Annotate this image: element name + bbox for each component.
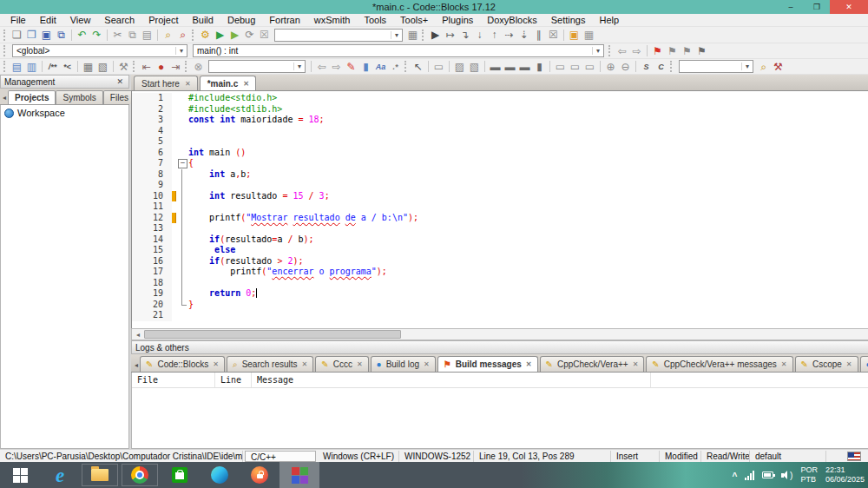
scrollbar-thumb[interactable] (144, 330, 401, 339)
menu-item-build[interactable]: Build (185, 14, 220, 27)
incsearch-combo[interactable]: ▾ (208, 60, 306, 73)
paste-icon[interactable]: ▤ (140, 28, 155, 42)
tab-close-icon[interactable]: ✕ (526, 360, 532, 368)
menu-item-tools-[interactable]: Tools+ (393, 14, 435, 27)
run-to-cursor-icon[interactable]: ↦ (443, 28, 457, 42)
menu-item-debug[interactable]: Debug (220, 14, 262, 27)
wxs-image-icon[interactable]: ▨ (452, 60, 467, 74)
jump-forward-icon[interactable]: ⇥ (168, 60, 183, 74)
jump-back-icon[interactable]: ⇤ (139, 60, 154, 74)
build-target-combo[interactable]: ▾ (274, 29, 403, 42)
run-icon[interactable]: ▶ (213, 28, 227, 42)
logs-tab-build-log[interactable]: ●Build log✕ (371, 356, 436, 372)
tab-close-icon[interactable]: ✕ (846, 360, 852, 368)
undo-icon[interactable]: ↶ (75, 28, 89, 42)
avast-taskbar-button[interactable] (240, 462, 279, 488)
language-indicator[interactable]: POR PTB (800, 465, 818, 485)
wxs-widget1-icon[interactable]: ▬ (488, 60, 503, 74)
wxs-box3-icon[interactable]: ▭ (582, 60, 597, 74)
clear-bookmarks-icon[interactable]: ⚑ (694, 44, 709, 58)
open-file-icon[interactable]: ❐ (24, 28, 39, 42)
menu-item-wxsmith[interactable]: wxSmith (307, 14, 358, 27)
doxy-extract-current-icon[interactable]: ▥ (24, 60, 39, 74)
menu-item-project[interactable]: Project (141, 14, 185, 27)
show-sizers-icon[interactable]: S (639, 60, 654, 74)
start-taskbar-button[interactable] (0, 462, 40, 488)
editor-horizontal-scrollbar[interactable]: ◂ ▸ (131, 328, 868, 340)
logs-tab-cscope[interactable]: ✎Cscope✕ (795, 356, 858, 372)
next-line-icon[interactable]: ↴ (457, 28, 472, 42)
save-file-icon[interactable]: ▣ (39, 28, 54, 42)
file-explorer-taskbar-button[interactable] (80, 462, 120, 488)
replace-icon[interactable]: ⌕ (175, 28, 190, 42)
next-bookmark-icon[interactable]: ⚑ (680, 44, 694, 58)
step-into-icon[interactable]: ↓ (472, 28, 487, 42)
toggle-bookmark-icon[interactable]: ⚑ (650, 44, 665, 58)
column-header-file[interactable]: File (132, 373, 215, 387)
menu-item-view[interactable]: View (63, 14, 98, 27)
wxs-widget3-icon[interactable]: ▬ (517, 60, 532, 74)
step-out-icon[interactable]: ↑ (487, 28, 502, 42)
scope-combo[interactable]: <global>▾ (12, 44, 187, 57)
various-info-icon[interactable]: ▦ (582, 28, 596, 42)
battery-icon[interactable] (762, 472, 773, 478)
incsearch-prev-icon[interactable]: ⇦ (314, 60, 329, 74)
tray-expand-icon[interactable]: ^ (733, 472, 738, 481)
chrome-taskbar-button[interactable] (120, 462, 160, 488)
logs-tabs-scroll-left-icon[interactable]: ◂ (133, 361, 140, 372)
redo-icon[interactable]: ↷ (89, 28, 104, 42)
wxs-box2-icon[interactable]: ▭ (568, 60, 582, 74)
symbol-search-icon[interactable]: ⌕ (756, 60, 771, 74)
workspace-tree-item[interactable]: Workspace (4, 108, 125, 118)
logs-tab-code-blocks[interactable]: ✎Code::Blocks✕ (140, 356, 225, 372)
doxy-line-comment-icon[interactable]: *< (60, 60, 75, 74)
editor-tab-start-here[interactable]: Start here ✕ (134, 76, 198, 90)
codeblocks-taskbar-button[interactable] (279, 462, 319, 488)
logs-tab-debugge[interactable]: ●Debugge✕ (860, 356, 868, 372)
compiler-settings-icon[interactable]: ▦ (405, 28, 420, 42)
tab-close-icon[interactable]: ✕ (781, 360, 787, 368)
column-header-message[interactable]: Message (252, 373, 651, 387)
pause-debugger-icon[interactable]: ∥ (531, 28, 546, 42)
menu-item-file[interactable]: File (3, 14, 33, 27)
wxs-text-icon[interactable]: ▧ (467, 60, 482, 74)
breakpoint-icon[interactable]: ● (154, 60, 168, 74)
menu-item-help[interactable]: Help (592, 14, 626, 27)
store-taskbar-button[interactable] (160, 462, 200, 488)
tab-close-icon[interactable]: ✕ (357, 360, 363, 368)
editor-tab-main-c[interactable]: *main.c ✕ (200, 76, 256, 90)
minimize-button[interactable]: – (778, 0, 804, 14)
incsearch-highlight-icon[interactable]: ✎ (344, 60, 358, 74)
function-combo[interactable]: main() : int▾ (193, 44, 604, 57)
symbol-search-combo[interactable]: ▾ (679, 60, 753, 73)
logs-tab-cppcheck-vera-messages[interactable]: ✎CppCheck/Vera++ messages✕ (646, 356, 792, 372)
clock[interactable]: 22:31 06/06/2025 (825, 465, 865, 485)
goto-prev-icon[interactable]: ⇦ (615, 44, 629, 58)
internet-explorer-taskbar-button[interactable]: e (40, 462, 80, 488)
abort-build-icon[interactable]: ☒ (257, 28, 272, 42)
tabs-scroll-left-icon[interactable]: ◂ (1, 94, 8, 104)
wxs-widget2-icon[interactable]: ▬ (503, 60, 517, 74)
zoom-out-icon[interactable]: ⊖ (618, 60, 633, 74)
menu-item-edit[interactable]: Edit (33, 14, 63, 27)
incsearch-clear-icon[interactable]: ⊗ (191, 60, 206, 74)
menu-item-plugins[interactable]: Plugins (435, 14, 480, 27)
fold-margin[interactable] (176, 158, 188, 169)
doxy-run-html-icon[interactable]: ▦ (81, 60, 95, 74)
wxs-box1-icon[interactable]: ▭ (553, 60, 568, 74)
doxy-block-comment-icon[interactable]: /** (45, 60, 60, 74)
next-instruction-icon[interactable]: ⇢ (502, 28, 516, 42)
network-signal-icon[interactable] (745, 471, 754, 480)
code-editor[interactable]: 1#include<stdio.h>2#include<stdlib.h>3co… (131, 91, 868, 328)
menu-item-tools[interactable]: Tools (357, 14, 393, 27)
scroll-left-icon[interactable]: ◂ (132, 329, 144, 340)
logs-tab-build-messages[interactable]: ⚑Build messages✕ (437, 356, 538, 372)
menu-item-fortran[interactable]: Fortran (262, 14, 306, 27)
doxy-run-chm-icon[interactable]: ▧ (95, 60, 110, 74)
tab-close-icon[interactable]: ✕ (302, 360, 308, 368)
incsearch-scope-icon[interactable]: ▮ (358, 60, 373, 74)
menu-item-doxyblocks[interactable]: DoxyBlocks (480, 14, 543, 27)
tab-symbols[interactable]: Symbols (56, 90, 102, 104)
save-all-icon[interactable]: ⧉ (54, 28, 69, 42)
goto-next-icon[interactable]: ⇨ (629, 44, 644, 58)
